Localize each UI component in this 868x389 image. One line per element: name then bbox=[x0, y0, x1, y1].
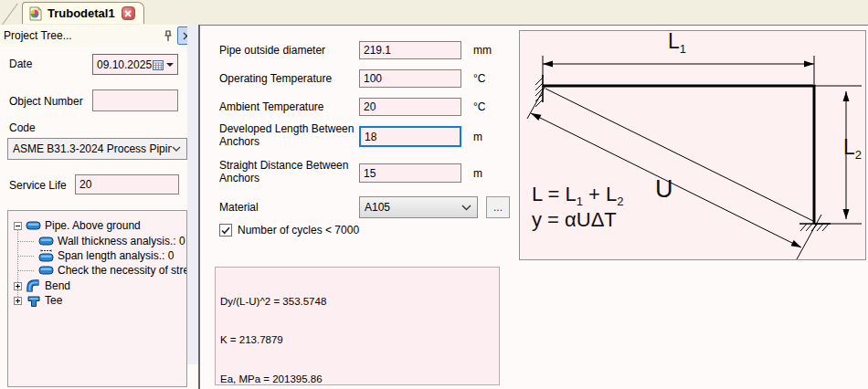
straight-distance-input[interactable] bbox=[359, 163, 461, 183]
tree-item-wall-thickness[interactable]: Wall thickness analysis.: 0 bbox=[38, 234, 185, 248]
results-box: Dy/(L-U)^2 = 353.5748 K = 213.7879 Ea, M… bbox=[215, 267, 500, 385]
tree-item-label: Check the necessity of stre bbox=[58, 264, 186, 277]
chevron-down-icon bbox=[461, 205, 471, 211]
ambient-temperature-label: Ambient Temperature bbox=[219, 100, 324, 113]
pipe-icon bbox=[26, 219, 41, 232]
app-window: Trubodetal1 Project Tree... Date 09.10.2… bbox=[0, 0, 868, 389]
code-label: Code bbox=[9, 121, 36, 134]
pipe-span-icon bbox=[38, 249, 54, 263]
tree-item-bend[interactable]: Bend bbox=[14, 279, 70, 293]
tee-icon bbox=[26, 294, 41, 308]
dimension-label-l2: L2 bbox=[843, 135, 862, 162]
dimension-label-u: U bbox=[655, 175, 673, 204]
panel-gutter bbox=[187, 23, 198, 364]
tab-bar: Trubodetal1 bbox=[0, 0, 868, 25]
code-select[interactable]: ASME B31.3-2024 Process Piping (l bbox=[7, 138, 187, 160]
cycles-checkbox-label: Number of cycles < 7000 bbox=[238, 224, 359, 237]
object-number-input[interactable] bbox=[92, 89, 178, 111]
dimension-label-l1: L1 bbox=[668, 29, 686, 56]
result-line: Ea, MPa = 201395.86 bbox=[220, 373, 494, 385]
tree-connector-stub bbox=[18, 270, 34, 271]
tree-item-span-length[interactable]: Span length analysis.: 0 bbox=[38, 248, 174, 263]
tab-title: Trubodetal1 bbox=[48, 6, 115, 20]
service-life-input[interactable] bbox=[75, 174, 179, 194]
expand-icon[interactable] bbox=[14, 282, 22, 290]
unit-celsius: °C bbox=[473, 72, 485, 85]
parameters-panel: Pipe outside diameter mm Operating Tempe… bbox=[200, 25, 868, 389]
cycles-checkbox[interactable] bbox=[219, 224, 232, 237]
tree-item-label: Bend bbox=[45, 279, 70, 292]
unit-m: m bbox=[473, 167, 482, 180]
material-browse-button[interactable]: ... bbox=[486, 196, 510, 218]
unit-mm: mm bbox=[473, 44, 492, 57]
date-dropdown-arrow-icon[interactable] bbox=[166, 63, 174, 67]
tree-item-label: Wall thickness analysis.: 0 bbox=[58, 235, 185, 247]
bend-icon bbox=[26, 279, 41, 293]
tree-connector-stub bbox=[18, 241, 34, 242]
collapse-icon[interactable] bbox=[14, 222, 22, 230]
material-value: A105 bbox=[360, 201, 461, 214]
formula-total-length: L = L1 + L2 bbox=[532, 183, 624, 208]
tree-item-tee[interactable]: Tee bbox=[14, 293, 62, 308]
pipe-icon bbox=[38, 235, 54, 247]
calendar-icon bbox=[153, 59, 164, 70]
service-life-label: Service Life bbox=[9, 179, 67, 192]
date-input[interactable]: 09.10.2025 bbox=[92, 54, 178, 75]
pipe-outside-diameter-label: Pipe outside diameter bbox=[219, 44, 325, 57]
unit-celsius: °C bbox=[473, 100, 485, 113]
straight-distance-label: Straight Distance Between Anchors bbox=[219, 159, 375, 184]
code-value: ASME B31.3-2024 Process Piping (l bbox=[8, 142, 172, 155]
panel-title: Project Tree... bbox=[4, 29, 72, 42]
operating-temperature-input[interactable] bbox=[359, 69, 461, 88]
formula-expansion: y = αUΔT bbox=[532, 208, 617, 232]
tree-item-label: Span length analysis.: 0 bbox=[58, 249, 174, 262]
checkmark-icon bbox=[221, 226, 230, 235]
scheme-panel: L1 L2 U L = L1 + L2 y = αUΔT bbox=[519, 30, 866, 260]
result-line: K = 213.7879 bbox=[220, 333, 494, 346]
developed-length-input[interactable] bbox=[359, 126, 461, 147]
tab-close-icon[interactable] bbox=[122, 6, 135, 20]
tree-item-check-necessity[interactable]: Check the necessity of stre bbox=[38, 263, 186, 278]
document-gear-icon bbox=[28, 6, 43, 21]
project-tree: Pipe. Above ground Wall thickness analys… bbox=[7, 210, 187, 387]
ambient-temperature-input[interactable] bbox=[359, 98, 461, 116]
cycles-checkbox-row: Number of cycles < 7000 bbox=[219, 224, 359, 237]
unit-m: m bbox=[473, 131, 482, 143]
chevron-down-icon bbox=[172, 146, 181, 152]
tree-item-label: Tee bbox=[45, 294, 62, 307]
pin-icon[interactable] bbox=[161, 28, 175, 44]
developed-length-label: Developed Length Between Anchors bbox=[219, 122, 375, 148]
tree-connector-stub bbox=[18, 256, 34, 257]
operating-temperature-label: Operating Temperature bbox=[219, 72, 332, 85]
tree-item-label: Pipe. Above ground bbox=[45, 219, 141, 232]
result-line: Dy/(L-U)^2 = 353.5748 bbox=[220, 295, 494, 308]
panel-header: Project Tree... bbox=[0, 25, 198, 47]
expand-icon[interactable] bbox=[14, 297, 22, 305]
pipe-outside-diameter-input[interactable] bbox=[359, 41, 461, 59]
tab-trubodetal1[interactable]: Trubodetal1 bbox=[22, 2, 144, 24]
date-value: 09.10.2025 bbox=[93, 58, 153, 71]
object-number-label: Object Number bbox=[9, 95, 83, 108]
pipe-icon bbox=[38, 264, 54, 277]
date-label: Date bbox=[9, 58, 32, 70]
material-select[interactable]: A105 bbox=[359, 196, 478, 218]
material-label: Material bbox=[219, 201, 259, 214]
tab-edge-decoration bbox=[1, 4, 17, 26]
tree-item-pipe-above-ground[interactable]: Pipe. Above ground bbox=[14, 218, 141, 233]
project-tree-panel: Project Tree... Date 09.10.2025 Object N… bbox=[0, 25, 198, 389]
